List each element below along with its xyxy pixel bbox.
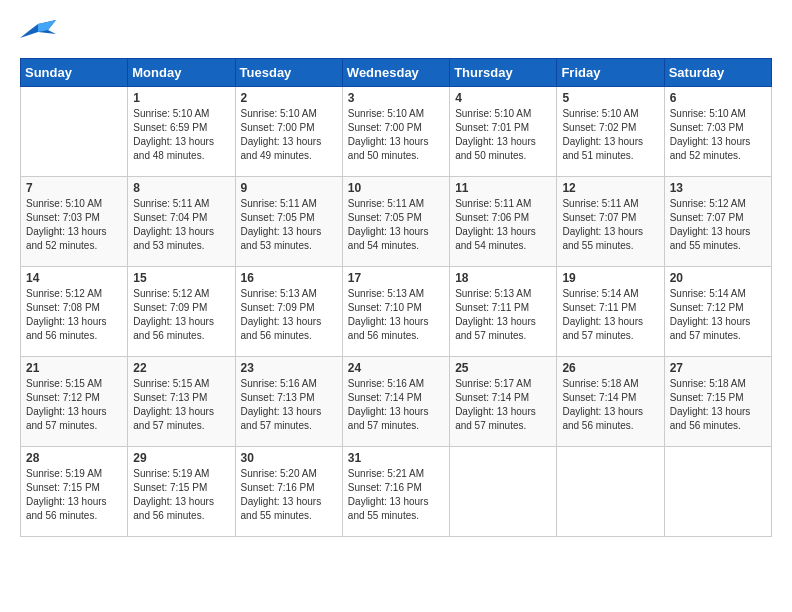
day-info: Sunrise: 5:10 AM Sunset: 7:00 PM Dayligh… bbox=[348, 107, 444, 163]
calendar-cell: 7Sunrise: 5:10 AM Sunset: 7:03 PM Daylig… bbox=[21, 177, 128, 267]
column-header-thursday: Thursday bbox=[450, 59, 557, 87]
calendar-cell: 25Sunrise: 5:17 AM Sunset: 7:14 PM Dayli… bbox=[450, 357, 557, 447]
calendar-week-1: 1Sunrise: 5:10 AM Sunset: 6:59 PM Daylig… bbox=[21, 87, 772, 177]
day-number: 26 bbox=[562, 361, 658, 375]
column-header-monday: Monday bbox=[128, 59, 235, 87]
day-info: Sunrise: 5:13 AM Sunset: 7:09 PM Dayligh… bbox=[241, 287, 337, 343]
day-number: 24 bbox=[348, 361, 444, 375]
day-info: Sunrise: 5:10 AM Sunset: 7:03 PM Dayligh… bbox=[670, 107, 766, 163]
day-info: Sunrise: 5:11 AM Sunset: 7:06 PM Dayligh… bbox=[455, 197, 551, 253]
day-number: 9 bbox=[241, 181, 337, 195]
day-info: Sunrise: 5:14 AM Sunset: 7:12 PM Dayligh… bbox=[670, 287, 766, 343]
column-header-saturday: Saturday bbox=[664, 59, 771, 87]
calendar-cell: 18Sunrise: 5:13 AM Sunset: 7:11 PM Dayli… bbox=[450, 267, 557, 357]
day-info: Sunrise: 5:16 AM Sunset: 7:14 PM Dayligh… bbox=[348, 377, 444, 433]
calendar-cell bbox=[664, 447, 771, 537]
calendar-cell: 24Sunrise: 5:16 AM Sunset: 7:14 PM Dayli… bbox=[342, 357, 449, 447]
day-number: 13 bbox=[670, 181, 766, 195]
day-number: 2 bbox=[241, 91, 337, 105]
calendar-cell: 30Sunrise: 5:20 AM Sunset: 7:16 PM Dayli… bbox=[235, 447, 342, 537]
calendar-cell: 22Sunrise: 5:15 AM Sunset: 7:13 PM Dayli… bbox=[128, 357, 235, 447]
day-number: 16 bbox=[241, 271, 337, 285]
calendar-week-4: 21Sunrise: 5:15 AM Sunset: 7:12 PM Dayli… bbox=[21, 357, 772, 447]
calendar-cell: 10Sunrise: 5:11 AM Sunset: 7:05 PM Dayli… bbox=[342, 177, 449, 267]
logo-bird-icon bbox=[20, 20, 56, 48]
calendar-cell: 1Sunrise: 5:10 AM Sunset: 6:59 PM Daylig… bbox=[128, 87, 235, 177]
day-info: Sunrise: 5:19 AM Sunset: 7:15 PM Dayligh… bbox=[133, 467, 229, 523]
calendar-cell: 3Sunrise: 5:10 AM Sunset: 7:00 PM Daylig… bbox=[342, 87, 449, 177]
calendar-cell: 4Sunrise: 5:10 AM Sunset: 7:01 PM Daylig… bbox=[450, 87, 557, 177]
day-number: 25 bbox=[455, 361, 551, 375]
day-info: Sunrise: 5:10 AM Sunset: 7:00 PM Dayligh… bbox=[241, 107, 337, 163]
day-info: Sunrise: 5:10 AM Sunset: 7:02 PM Dayligh… bbox=[562, 107, 658, 163]
calendar-cell: 17Sunrise: 5:13 AM Sunset: 7:10 PM Dayli… bbox=[342, 267, 449, 357]
day-info: Sunrise: 5:15 AM Sunset: 7:13 PM Dayligh… bbox=[133, 377, 229, 433]
calendar-header-row: SundayMondayTuesdayWednesdayThursdayFrid… bbox=[21, 59, 772, 87]
day-number: 7 bbox=[26, 181, 122, 195]
day-info: Sunrise: 5:11 AM Sunset: 7:05 PM Dayligh… bbox=[348, 197, 444, 253]
day-info: Sunrise: 5:17 AM Sunset: 7:14 PM Dayligh… bbox=[455, 377, 551, 433]
day-info: Sunrise: 5:19 AM Sunset: 7:15 PM Dayligh… bbox=[26, 467, 122, 523]
calendar-cell: 9Sunrise: 5:11 AM Sunset: 7:05 PM Daylig… bbox=[235, 177, 342, 267]
calendar-cell: 28Sunrise: 5:19 AM Sunset: 7:15 PM Dayli… bbox=[21, 447, 128, 537]
calendar-cell: 26Sunrise: 5:18 AM Sunset: 7:14 PM Dayli… bbox=[557, 357, 664, 447]
calendar-cell: 31Sunrise: 5:21 AM Sunset: 7:16 PM Dayli… bbox=[342, 447, 449, 537]
day-number: 23 bbox=[241, 361, 337, 375]
day-number: 1 bbox=[133, 91, 229, 105]
calendar-cell: 12Sunrise: 5:11 AM Sunset: 7:07 PM Dayli… bbox=[557, 177, 664, 267]
column-header-sunday: Sunday bbox=[21, 59, 128, 87]
day-info: Sunrise: 5:10 AM Sunset: 6:59 PM Dayligh… bbox=[133, 107, 229, 163]
day-info: Sunrise: 5:13 AM Sunset: 7:10 PM Dayligh… bbox=[348, 287, 444, 343]
calendar-cell bbox=[450, 447, 557, 537]
calendar-cell bbox=[557, 447, 664, 537]
calendar-cell: 8Sunrise: 5:11 AM Sunset: 7:04 PM Daylig… bbox=[128, 177, 235, 267]
day-number: 17 bbox=[348, 271, 444, 285]
day-info: Sunrise: 5:13 AM Sunset: 7:11 PM Dayligh… bbox=[455, 287, 551, 343]
day-number: 15 bbox=[133, 271, 229, 285]
calendar-cell: 19Sunrise: 5:14 AM Sunset: 7:11 PM Dayli… bbox=[557, 267, 664, 357]
day-number: 27 bbox=[670, 361, 766, 375]
calendar-week-2: 7Sunrise: 5:10 AM Sunset: 7:03 PM Daylig… bbox=[21, 177, 772, 267]
page-header bbox=[20, 20, 772, 48]
day-info: Sunrise: 5:11 AM Sunset: 7:05 PM Dayligh… bbox=[241, 197, 337, 253]
calendar-cell: 20Sunrise: 5:14 AM Sunset: 7:12 PM Dayli… bbox=[664, 267, 771, 357]
day-info: Sunrise: 5:18 AM Sunset: 7:14 PM Dayligh… bbox=[562, 377, 658, 433]
calendar-cell bbox=[21, 87, 128, 177]
calendar-table: SundayMondayTuesdayWednesdayThursdayFrid… bbox=[20, 58, 772, 537]
day-number: 5 bbox=[562, 91, 658, 105]
day-info: Sunrise: 5:21 AM Sunset: 7:16 PM Dayligh… bbox=[348, 467, 444, 523]
calendar-cell: 29Sunrise: 5:19 AM Sunset: 7:15 PM Dayli… bbox=[128, 447, 235, 537]
day-info: Sunrise: 5:10 AM Sunset: 7:01 PM Dayligh… bbox=[455, 107, 551, 163]
logo bbox=[20, 20, 60, 48]
day-info: Sunrise: 5:10 AM Sunset: 7:03 PM Dayligh… bbox=[26, 197, 122, 253]
column-header-wednesday: Wednesday bbox=[342, 59, 449, 87]
day-number: 22 bbox=[133, 361, 229, 375]
day-number: 18 bbox=[455, 271, 551, 285]
day-number: 19 bbox=[562, 271, 658, 285]
column-header-tuesday: Tuesday bbox=[235, 59, 342, 87]
calendar-cell: 27Sunrise: 5:18 AM Sunset: 7:15 PM Dayli… bbox=[664, 357, 771, 447]
day-info: Sunrise: 5:12 AM Sunset: 7:07 PM Dayligh… bbox=[670, 197, 766, 253]
day-number: 4 bbox=[455, 91, 551, 105]
calendar-cell: 14Sunrise: 5:12 AM Sunset: 7:08 PM Dayli… bbox=[21, 267, 128, 357]
calendar-cell: 6Sunrise: 5:10 AM Sunset: 7:03 PM Daylig… bbox=[664, 87, 771, 177]
day-number: 12 bbox=[562, 181, 658, 195]
day-number: 10 bbox=[348, 181, 444, 195]
day-info: Sunrise: 5:15 AM Sunset: 7:12 PM Dayligh… bbox=[26, 377, 122, 433]
day-info: Sunrise: 5:18 AM Sunset: 7:15 PM Dayligh… bbox=[670, 377, 766, 433]
day-info: Sunrise: 5:12 AM Sunset: 7:08 PM Dayligh… bbox=[26, 287, 122, 343]
calendar-cell: 11Sunrise: 5:11 AM Sunset: 7:06 PM Dayli… bbox=[450, 177, 557, 267]
day-info: Sunrise: 5:16 AM Sunset: 7:13 PM Dayligh… bbox=[241, 377, 337, 433]
day-info: Sunrise: 5:20 AM Sunset: 7:16 PM Dayligh… bbox=[241, 467, 337, 523]
calendar-week-5: 28Sunrise: 5:19 AM Sunset: 7:15 PM Dayli… bbox=[21, 447, 772, 537]
calendar-cell: 2Sunrise: 5:10 AM Sunset: 7:00 PM Daylig… bbox=[235, 87, 342, 177]
calendar-cell: 5Sunrise: 5:10 AM Sunset: 7:02 PM Daylig… bbox=[557, 87, 664, 177]
day-number: 3 bbox=[348, 91, 444, 105]
calendar-cell: 13Sunrise: 5:12 AM Sunset: 7:07 PM Dayli… bbox=[664, 177, 771, 267]
day-info: Sunrise: 5:14 AM Sunset: 7:11 PM Dayligh… bbox=[562, 287, 658, 343]
calendar-week-3: 14Sunrise: 5:12 AM Sunset: 7:08 PM Dayli… bbox=[21, 267, 772, 357]
day-number: 28 bbox=[26, 451, 122, 465]
calendar-cell: 21Sunrise: 5:15 AM Sunset: 7:12 PM Dayli… bbox=[21, 357, 128, 447]
day-number: 11 bbox=[455, 181, 551, 195]
calendar-cell: 16Sunrise: 5:13 AM Sunset: 7:09 PM Dayli… bbox=[235, 267, 342, 357]
